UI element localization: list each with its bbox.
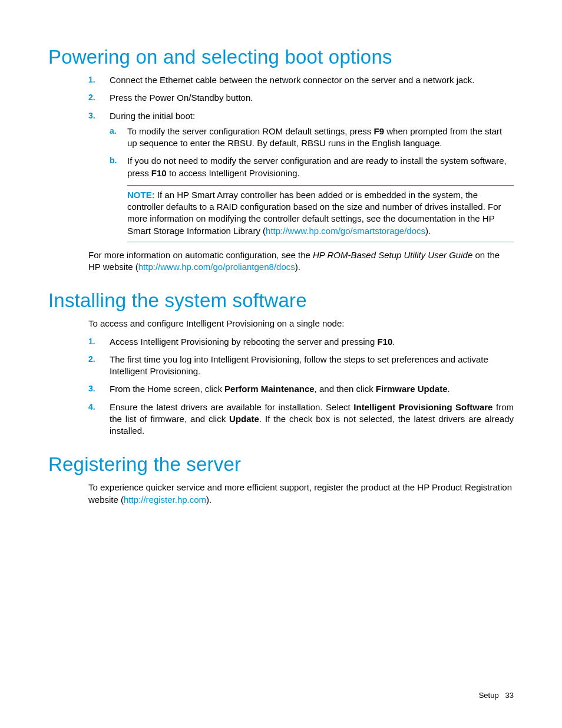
section3-body: To experience quicker service and more e…	[88, 482, 514, 506]
section2-steps: 1. Access Intelligent Provisioning by re…	[88, 336, 514, 437]
page-container: Powering on and selecting boot options 1…	[0, 0, 562, 728]
page-footer: Setup 33	[479, 691, 514, 700]
link-register-hp[interactable]: http://register.hp.com	[124, 495, 206, 505]
step-text: From the Home screen, click Perform Main…	[110, 384, 450, 394]
list-item: b. If you do not need to modify the serv…	[110, 155, 514, 179]
list-item: 2. The first time you log into Intellige…	[88, 354, 514, 378]
link-proliant-docs[interactable]: http://www.hp.com/go/proliantgen8/docs	[138, 262, 295, 272]
step-marker: 1.	[88, 74, 95, 85]
heading-registering-server: Registering the server	[48, 453, 514, 476]
key-f9: F9	[374, 126, 385, 136]
heading-installing-software: Installing the system software	[48, 289, 514, 312]
page-number: 33	[505, 691, 514, 700]
section3-para: To experience quicker service and more e…	[88, 482, 514, 506]
step-marker: 3.	[88, 110, 95, 121]
list-item: 2. Press the Power On/Standby button.	[88, 92, 514, 104]
section1-body: 1. Connect the Ethernet cable between th…	[88, 74, 514, 273]
substep-marker: b.	[110, 155, 117, 166]
note-box: NOTE: If an HP Smart Array controller ha…	[127, 185, 514, 242]
step-text: The first time you log into Intelligent …	[110, 354, 488, 376]
substep-marker: a.	[110, 126, 117, 137]
step-marker: 3.	[88, 383, 95, 394]
link-smartstorage[interactable]: http://www.hp.com/go/smartstorage/docs	[266, 226, 425, 236]
list-item: 1. Connect the Ethernet cable between th…	[88, 74, 514, 86]
substep-text: If you do not need to modify the server …	[127, 156, 507, 177]
list-item: a. To modify the server configuration RO…	[110, 126, 514, 150]
key-f10: F10	[151, 168, 167, 178]
step-marker: 2.	[88, 92, 95, 103]
list-item: 3. From the Home screen, click Perform M…	[88, 383, 514, 395]
note-label: NOTE:	[127, 190, 155, 200]
footer-section-label: Setup	[479, 691, 499, 700]
list-item: 1. Access Intelligent Provisioning by re…	[88, 336, 514, 348]
heading-powering-on: Powering on and selecting boot options	[48, 46, 514, 68]
section1-steps: 1. Connect the Ethernet cable between th…	[88, 74, 514, 242]
step-marker: 2.	[88, 354, 95, 365]
substep-text: To modify the server configuration ROM d…	[127, 126, 502, 148]
step-marker: 1.	[88, 336, 95, 347]
key-f10: F10	[377, 337, 392, 347]
step-text: Press the Power On/Standby button.	[110, 93, 253, 103]
guide-title: HP ROM-Based Setup Utility User Guide	[313, 250, 472, 260]
section2-intro: To access and configure Intelligent Prov…	[88, 318, 514, 330]
step-text: During the initial boot:	[110, 111, 195, 121]
section1-footer-para: For more information on automatic config…	[88, 249, 514, 274]
step-marker: 4.	[88, 401, 95, 413]
step-text: Access Intelligent Provisioning by reboo…	[110, 337, 395, 347]
list-item: 4. Ensure the latest drivers are availab…	[88, 401, 514, 437]
section1-substeps: a. To modify the server configuration RO…	[110, 126, 514, 179]
step-text: Connect the Ethernet cable between the n…	[110, 75, 475, 85]
step-text: Ensure the latest drivers are available …	[110, 402, 514, 436]
section2-body: To access and configure Intelligent Prov…	[88, 318, 514, 437]
list-item: 3. During the initial boot: a. To modify…	[88, 110, 514, 242]
